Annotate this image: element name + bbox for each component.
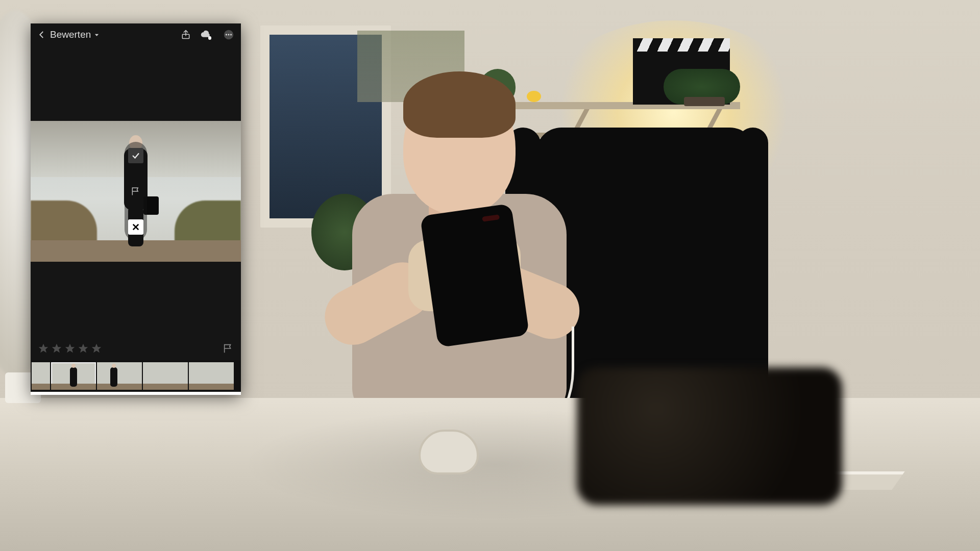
star-icon — [38, 343, 49, 354]
star-3[interactable] — [64, 343, 76, 354]
caret-down-icon — [94, 32, 100, 38]
svg-marker-9 — [52, 344, 61, 353]
filmstrip-thumb[interactable] — [189, 362, 234, 390]
svg-point-4 — [228, 34, 230, 36]
svg-point-3 — [226, 34, 227, 36]
photo-canvas[interactable] — [31, 46, 241, 337]
sync-status-dot-icon — [208, 36, 211, 40]
more-button[interactable] — [222, 28, 236, 42]
person — [286, 61, 602, 449]
cloud-sync-button[interactable] — [200, 28, 214, 42]
share-button[interactable] — [179, 28, 193, 42]
filmstrip-thumb[interactable] — [143, 362, 188, 390]
svg-marker-8 — [39, 344, 48, 353]
filmstrip-thumb[interactable] — [97, 362, 142, 390]
star-icon — [78, 343, 89, 354]
camera-foreground — [577, 367, 842, 505]
chevron-left-icon — [37, 30, 46, 39]
cup — [419, 430, 479, 474]
svg-marker-0 — [95, 34, 99, 36]
filmstrip-thumb[interactable] — [32, 362, 50, 390]
phone-screen-capture: Bewerten — [31, 23, 241, 395]
flag-outline-icon — [131, 186, 141, 196]
flag-icon — [223, 343, 234, 354]
star-5[interactable] — [91, 343, 102, 354]
star-icon — [51, 343, 62, 354]
share-icon — [181, 30, 191, 40]
star-2[interactable] — [51, 343, 62, 354]
flag-toggle-button[interactable] — [223, 343, 234, 354]
filmstrip-thumb[interactable] — [51, 362, 96, 390]
svg-marker-11 — [79, 344, 88, 353]
back-button[interactable] — [34, 27, 50, 43]
rating-bar — [31, 337, 241, 360]
check-icon — [131, 151, 140, 160]
plant-pot — [684, 97, 725, 106]
flag-unflag-button[interactable] — [128, 184, 143, 199]
svg-marker-12 — [92, 344, 101, 353]
svg-point-5 — [230, 34, 232, 36]
star-4[interactable] — [78, 343, 89, 354]
star-icon — [91, 343, 102, 354]
filmstrip-border — [31, 392, 241, 395]
flag-reject-button[interactable] — [128, 219, 143, 235]
svg-marker-10 — [65, 344, 75, 353]
mode-label: Bewerten — [50, 29, 91, 40]
filmstrip[interactable] — [31, 360, 241, 392]
flag-pick-button[interactable] — [128, 148, 143, 163]
star-1[interactable] — [38, 343, 49, 354]
mode-dropdown[interactable]: Bewerten — [50, 29, 100, 40]
smartphone — [420, 204, 529, 348]
star-icon — [64, 343, 76, 354]
x-icon — [131, 222, 140, 232]
flag-popover — [125, 142, 147, 241]
ellipsis-icon — [223, 29, 234, 40]
top-bar: Bewerten — [31, 23, 241, 46]
